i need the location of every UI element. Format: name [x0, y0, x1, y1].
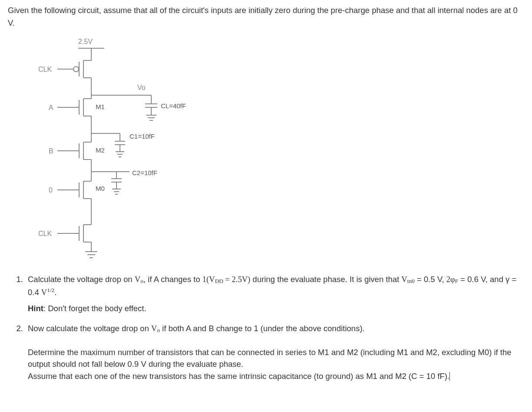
- q2-vo-sub: o: [157, 327, 160, 333]
- question-1: Calculate the voltage drop on Vo, if A c…: [25, 273, 524, 315]
- q2-text-a: Now calculate the voltage drop on: [28, 324, 151, 333]
- q1-half-sup: 1/2: [47, 287, 54, 293]
- q1-text-a: Calculate the voltage drop on: [28, 275, 135, 284]
- label-a: A: [49, 104, 53, 111]
- intro-text: Given the following circuit, assume that…: [8, 4, 524, 29]
- q1-tn-sub: tn0: [407, 278, 415, 285]
- q1-eq25: = 2.5V): [223, 275, 250, 284]
- q2-vo: V: [151, 324, 157, 333]
- q1-vo-sub: o: [140, 278, 143, 285]
- q1-hint: Hint: Don't forget the body effect.: [28, 302, 524, 315]
- question-list: Calculate the voltage drop on Vo, if A c…: [8, 273, 524, 382]
- q1-vdd: 1(V: [203, 275, 215, 284]
- q2-para-2-text: Assume that each one of the new transist…: [28, 372, 449, 381]
- label-clk-top: CLK: [38, 66, 52, 73]
- q1-vhalf: V: [41, 288, 47, 297]
- q1-text-b: , if A changes to: [143, 275, 203, 284]
- q1-vo: V: [135, 275, 140, 284]
- q1-hint-text: : Don't forget the body effect.: [43, 304, 146, 313]
- circuit-diagram: 2.5V CLK A B 0 CLK M1 M2 M0 Vo CL=40fF C…: [23, 34, 524, 266]
- label-vdd: 2.5V: [78, 38, 93, 45]
- circuit-svg: 2.5V CLK A B 0 CLK M1 M2 M0 Vo CL=40fF C…: [23, 34, 188, 265]
- q2-text-b: if both A and B change to 1 (under the a…: [160, 324, 365, 333]
- label-m1: M1: [96, 103, 105, 110]
- label-m0: M0: [96, 185, 105, 192]
- label-clk-bot: CLK: [38, 230, 52, 237]
- label-c1: C1=10fF: [130, 133, 155, 140]
- q1-text-c: during the evaluate phase. It is given t…: [250, 275, 402, 284]
- q1-hint-label: Hint: [28, 304, 43, 313]
- label-cl: CL=40fF: [161, 102, 186, 110]
- label-b: B: [49, 147, 53, 155]
- q1-text-d: = 0.5 V,: [415, 275, 446, 284]
- label-vo: Vo: [137, 84, 146, 91]
- label-0: 0: [49, 186, 53, 194]
- q2-para-2: Assume that each one of the new transist…: [28, 370, 524, 382]
- q1-text-f: .: [54, 288, 57, 297]
- svg-point-8: [73, 66, 79, 72]
- question-2: Now calculate the voltage drop on Vo if …: [25, 322, 524, 382]
- label-c2: C2=10fF: [132, 169, 157, 176]
- q1-dd-sub: DD: [215, 278, 223, 285]
- q1-vtn: V: [402, 275, 407, 284]
- q1-2phi: 2φ: [446, 275, 455, 284]
- q2-para-1: Determine the maximum number of transist…: [28, 346, 524, 371]
- label-m2: M2: [96, 146, 105, 154]
- page: Given the following circuit, assume that…: [0, 0, 532, 412]
- text-cursor-icon: [449, 372, 450, 381]
